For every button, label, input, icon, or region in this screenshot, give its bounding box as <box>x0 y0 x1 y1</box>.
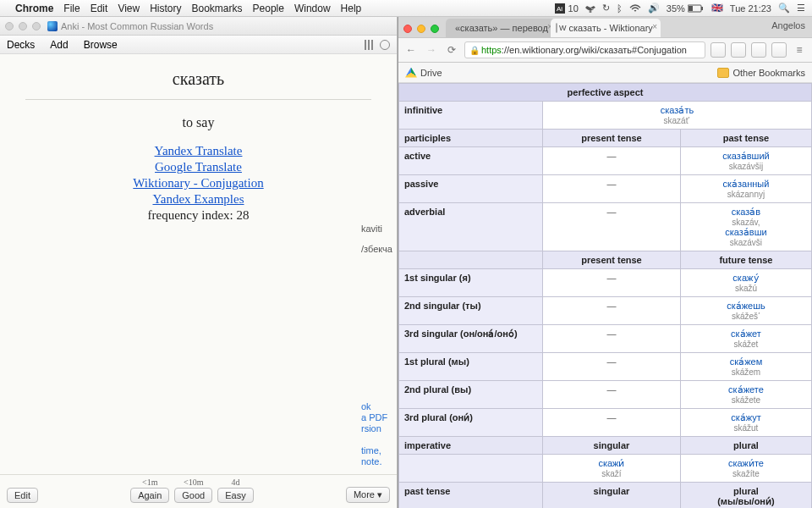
traffic-min[interactable] <box>19 22 27 30</box>
cell-dash: — <box>543 325 681 353</box>
menu-bookmarks[interactable]: Bookmarks <box>192 3 243 14</box>
traffic-close[interactable] <box>5 22 14 30</box>
forward-button[interactable]: → <box>424 42 439 58</box>
volume-icon[interactable]: 🔊 <box>648 3 660 14</box>
traffic-min[interactable] <box>417 25 425 33</box>
cell-1pl-future: ска́жемskážem <box>680 353 811 381</box>
more-button[interactable]: More ▾ <box>346 487 390 503</box>
menu-help[interactable]: Help <box>341 3 362 14</box>
row-3pl-label: 3rd plural (они́) <box>399 409 543 437</box>
row-adverbial-label: adverbial <box>399 203 543 251</box>
tab-close-icon[interactable]: × <box>652 22 657 31</box>
row-imperative-label: imperative <box>399 437 543 455</box>
cell-dash: — <box>543 353 681 381</box>
link-yandex-translate[interactable]: Yandex Translate <box>8 144 388 158</box>
anki-card: сказать to say Yandex Translate Google T… <box>0 54 397 474</box>
sync-gear-icon[interactable] <box>380 40 390 50</box>
link-google-translate[interactable]: Google Translate <box>8 160 388 174</box>
conjugation-table: perfective aspect infinitive сказа́тьska… <box>398 83 812 508</box>
cell-2pl-future: ска́жетеskážete <box>680 381 811 409</box>
extension-icon[interactable] <box>710 42 726 58</box>
chrome-traffic-lights[interactable] <box>403 25 439 33</box>
bookmark-drive[interactable]: Drive <box>420 68 442 78</box>
favicon-icon <box>556 23 557 33</box>
row-active-label: active <box>399 147 543 175</box>
chrome-menu-icon[interactable]: ≡ <box>792 42 807 58</box>
bluetooth-icon[interactable]: ᛒ <box>617 3 623 14</box>
col-plural: plural (мы/вы/они́) <box>680 483 811 509</box>
cell-3sg-future: ска́жетskážet <box>680 325 811 353</box>
reload-button[interactable]: ⟳ <box>444 42 459 58</box>
other-bookmarks[interactable]: Other Bookmarks <box>732 68 805 78</box>
menu-edit[interactable]: Edit <box>91 3 108 14</box>
stats-icon[interactable] <box>365 40 375 50</box>
edit-card-button[interactable]: Edit <box>7 488 38 503</box>
anki-app-icon <box>47 21 58 31</box>
lock-icon: 🔒 <box>469 46 480 55</box>
anki-toolbar: Decks Add Browse <box>0 36 397 54</box>
chrome-profile-name[interactable]: Angelos <box>771 20 805 30</box>
sync-icon[interactable]: ↻ <box>602 3 610 14</box>
traffic-max[interactable] <box>32 22 41 30</box>
answer-easy-button[interactable]: Easy <box>217 488 253 503</box>
menu-window[interactable]: Window <box>294 3 331 14</box>
col-singular: singular <box>543 483 681 509</box>
cell-2sg-future: ска́жешьskážešʹ <box>680 297 811 325</box>
menu-file[interactable]: File <box>63 3 80 14</box>
extension-icon[interactable] <box>771 42 787 58</box>
battery-indicator[interactable]: 35% <box>667 3 705 14</box>
menu-people[interactable]: People <box>253 3 284 14</box>
anki-decks-link[interactable]: Decks <box>7 39 35 51</box>
anki-browse-link[interactable]: Browse <box>84 39 118 51</box>
menu-history[interactable]: History <box>150 3 181 14</box>
row-blank <box>399 251 543 269</box>
row-passive-label: passive <box>399 175 543 203</box>
easy-interval: 4d <box>231 478 239 487</box>
cell-dash: — <box>543 269 681 297</box>
wiktionary-page[interactable]: perfective aspect infinitive сказа́тьska… <box>398 83 812 508</box>
back-button[interactable]: ← <box>403 42 419 58</box>
dropbox-icon[interactable] <box>585 3 595 14</box>
cell-imperative-sg: скажи́skaží <box>543 455 681 483</box>
adobe-icon[interactable]: Ai 10 <box>555 3 578 14</box>
address-bar[interactable]: 🔒 https://en.wiktionary.org/wiki/сказать… <box>464 41 705 58</box>
traffic-close[interactable] <box>403 25 412 33</box>
card-translation: to say <box>8 115 388 130</box>
cell-dash: — <box>543 297 681 325</box>
row-2pl-label: 2nd plural (вы) <box>399 381 543 409</box>
traffic-max[interactable] <box>431 25 439 33</box>
anki-traffic-lights[interactable] <box>5 22 41 30</box>
app-name[interactable]: Chrome <box>15 3 53 14</box>
anki-window-title: Anki - Most Common Russian Words <box>61 21 213 31</box>
cell-dash: — <box>543 381 681 409</box>
input-flag[interactable]: 🇬🇧 <box>711 3 723 14</box>
cell-adverbial-past: сказа́вskazáv,сказа́вшиskazávši <box>680 203 811 251</box>
svg-rect-4 <box>689 6 693 11</box>
link-yandex-examples[interactable]: Yandex Examples <box>8 192 388 207</box>
spotlight-icon[interactable]: 🔍 <box>778 3 790 14</box>
tab-yandex-translate[interactable]: «сказать» — перевод с р…× <box>446 19 556 37</box>
wifi-icon[interactable] <box>629 4 641 13</box>
anki-add-link[interactable]: Add <box>50 39 68 51</box>
drive-icon <box>405 68 417 78</box>
extension-icon[interactable] <box>751 42 766 58</box>
anki-titlebar[interactable]: Anki - Most Common Russian Words <box>0 17 397 36</box>
cell-dash: — <box>543 203 681 251</box>
cell-infinitive: сказа́тьskazátʹ <box>543 102 812 130</box>
answer-again-button[interactable]: Again <box>130 488 169 503</box>
tab-title: сказать - Wiktionary <box>569 23 653 33</box>
link-wiktionary-conjugation[interactable]: Wiktionary - Conjugation <box>8 176 388 190</box>
cell-dash: — <box>543 147 681 175</box>
answer-good-button[interactable]: Good <box>174 488 212 503</box>
notification-center-icon[interactable]: ☰ <box>797 3 805 14</box>
tab-wiktionary[interactable]: Wсказать - Wiktionary× <box>551 19 661 37</box>
svg-text:Ai: Ai <box>557 5 562 13</box>
folder-icon <box>717 68 729 78</box>
chrome-toolbar: ← → ⟳ 🔒 https://en.wiktionary.org/wiki/с… <box>398 37 812 63</box>
url-rest: ://en.wiktionary.org/wiki/сказать#Conjug… <box>502 45 687 55</box>
menu-view[interactable]: View <box>118 3 140 14</box>
col-plural: plural <box>680 437 811 455</box>
good-interval: <10m <box>184 478 203 487</box>
clock[interactable]: Tue 21:23 <box>730 3 771 14</box>
extension-icon[interactable] <box>731 42 746 58</box>
